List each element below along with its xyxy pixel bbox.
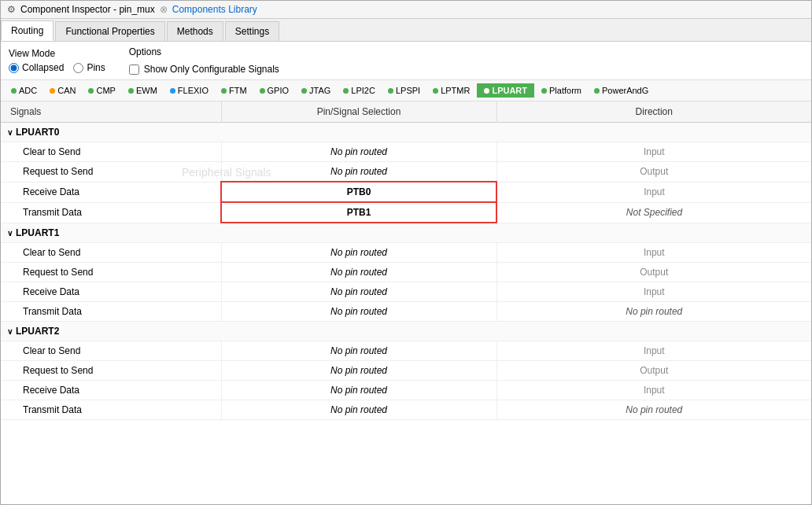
group-label: LPUART2 [16, 326, 59, 337]
title-bar: ⚙ Component Inspector - pin_mux ⊗ Compon… [1, 1, 811, 19]
pin-cell[interactable]: No pin routed [221, 302, 496, 322]
ftm-tab-label: FTM [229, 86, 247, 95]
configurable-signals-checkbox[interactable] [129, 65, 139, 75]
signal-tab-ewm[interactable]: EWM [123, 83, 163, 98]
signal-tab-lptmr[interactable]: LPTMR [427, 83, 475, 98]
adc-dot [11, 88, 17, 94]
table-row[interactable]: Receive DataPTB0Input [1, 182, 811, 202]
collapsed-radio-item[interactable]: Collapsed [9, 62, 64, 73]
library-link[interactable]: Components Library [172, 4, 257, 15]
pins-radio-item[interactable]: Pins [73, 62, 105, 73]
radio-group: Collapsed Pins [9, 62, 105, 73]
signal-tab-powerandg[interactable]: PowerAndG [589, 83, 654, 98]
signal-tab-lpspi[interactable]: LPSPI [382, 83, 426, 98]
table-row[interactable]: Receive DataNo pin routedInput [1, 282, 811, 302]
direction-value: Not Specified [626, 207, 682, 218]
header-direction: Direction [496, 101, 811, 123]
pin-value: No pin routed [330, 166, 387, 177]
direction-value: Input [644, 146, 665, 157]
signal-tab-can[interactable]: CAN [44, 83, 81, 98]
direction-value: No pin routed [626, 306, 682, 317]
pin-cell[interactable]: No pin routed [221, 400, 496, 420]
direction-cell: Output [496, 162, 811, 182]
collapsed-label: Collapsed [22, 62, 64, 73]
tab-routing[interactable]: Routing [1, 20, 54, 41]
pin-cell[interactable]: No pin routed [221, 341, 496, 361]
tab-settings[interactable]: Settings [225, 21, 279, 41]
table-row[interactable]: Request to SendNo pin routedOutput [1, 162, 811, 182]
direction-value: Output [640, 365, 668, 376]
table-row[interactable]: Transmit DataPTB1Not Specified [1, 202, 811, 223]
signal-tab-flexio[interactable]: FLEXIO [164, 83, 214, 98]
direction-cell: Input [496, 182, 811, 202]
table-row[interactable]: Receive DataNo pin routedInput [1, 381, 811, 400]
chevron-icon: ∨ [7, 128, 13, 137]
table-row[interactable]: Transmit DataNo pin routedNo pin routed [1, 400, 811, 420]
table-row[interactable]: Transmit DataNo pin routedNo pin routed [1, 302, 811, 322]
direction-value: Input [644, 286, 665, 297]
pin-value: No pin routed [330, 146, 387, 157]
powerandg-tab-label: PowerAndG [602, 86, 648, 95]
signal-tab-ftm[interactable]: FTM [216, 83, 253, 98]
view-mode-label: View Mode [9, 48, 105, 59]
header-pin-signal: Pin/Signal Selection [221, 101, 496, 123]
direction-cell: Output [496, 361, 811, 381]
pin-cell[interactable]: No pin routed [221, 361, 496, 381]
table-row[interactable]: Clear to SendNo pin routedInput [1, 142, 811, 162]
pin-value: No pin routed [330, 267, 387, 278]
pin-cell[interactable]: No pin routed [221, 282, 496, 302]
table-row[interactable]: Request to SendNo pin routedOutput [1, 263, 811, 282]
signals-table: Signals Pin/Signal Selection Direction ∨… [1, 101, 811, 420]
table-row[interactable]: Clear to SendNo pin routedInput [1, 341, 811, 361]
lpspi-dot [388, 88, 393, 94]
ewm-tab-label: EWM [136, 86, 157, 95]
signal-tab-gpio[interactable]: GPIO [254, 83, 295, 98]
pin-cell[interactable]: No pin routed [221, 142, 496, 162]
group-label: LPUART1 [16, 227, 59, 238]
signal-tabs-bar: ADCCANCMPEWMFLEXIOFTMGPIOJTAGLPI2CLPSPIL… [1, 80, 811, 101]
cmp-tab-label: CMP [96, 86, 115, 95]
jtag-tab-label: JTAG [309, 86, 330, 95]
lptmr-dot [433, 88, 438, 94]
pin-cell[interactable]: PTB1 [221, 202, 496, 223]
pin-cell[interactable]: No pin routed [221, 381, 496, 400]
table-body: ∨LPUART0Clear to SendNo pin routedInputR… [1, 123, 811, 420]
signal-tab-lpi2c[interactable]: LPI2C [338, 83, 381, 98]
pins-radio[interactable] [73, 63, 83, 73]
signal-cell: Clear to Send [1, 341, 221, 361]
pin-cell[interactable]: No pin routed [221, 263, 496, 282]
table-row[interactable]: Clear to SendNo pin routedInput [1, 243, 811, 263]
configurable-signals-checkbox-label[interactable]: Show Only Configurable Signals [129, 64, 279, 75]
tab-functional-properties[interactable]: Functional Properties [55, 21, 164, 41]
lpuart-dot [484, 88, 489, 94]
signal-tab-jtag[interactable]: JTAG [296, 83, 336, 98]
pin-value: No pin routed [330, 306, 387, 317]
pin-value: No pin routed [330, 345, 387, 356]
signal-tab-lpuart[interactable]: LPUART [477, 83, 534, 98]
lpi2c-tab-label: LPI2C [351, 86, 375, 95]
direction-cell: Input [496, 282, 811, 302]
table-row[interactable]: Request to SendNo pin routedOutput [1, 361, 811, 381]
signal-tab-cmp[interactable]: CMP [83, 83, 120, 98]
signal-tab-platform[interactable]: Platform [536, 83, 587, 98]
signal-tab-adc[interactable]: ADC [6, 83, 42, 98]
signal-cell: Transmit Data [1, 302, 221, 322]
pin-cell[interactable]: No pin routed [221, 243, 496, 263]
pin-cell[interactable]: No pin routed [221, 162, 496, 182]
pin-value: No pin routed [330, 365, 387, 376]
pin-cell[interactable]: PTB0 [221, 182, 496, 202]
lptmr-tab-label: LPTMR [441, 86, 470, 95]
flexio-dot [170, 88, 175, 94]
signal-cell: Transmit Data [1, 202, 221, 223]
options-bar: View Mode Collapsed Pins Options Show On… [1, 42, 811, 80]
tab-methods[interactable]: Methods [167, 21, 223, 41]
can-tab-label: CAN [57, 86, 76, 95]
direction-cell: Input [496, 243, 811, 263]
jtag-dot [301, 88, 307, 94]
collapsed-radio[interactable] [9, 63, 19, 73]
direction-cell: Output [496, 263, 811, 282]
direction-value: Output [640, 267, 668, 278]
window-title: Component Inspector - pin_mux [20, 4, 155, 15]
chevron-icon: ∨ [7, 229, 13, 238]
signal-cell: Receive Data [1, 182, 221, 202]
